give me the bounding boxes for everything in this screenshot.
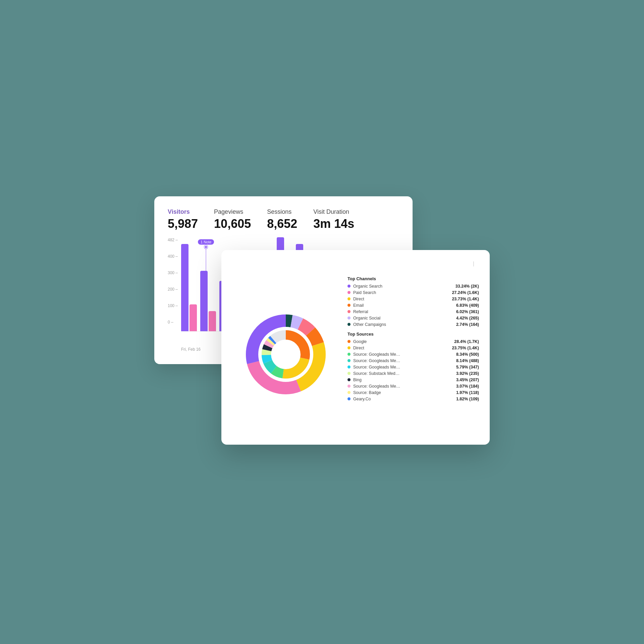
- card-header: |: [232, 261, 479, 267]
- channels-legend: Organic Search 33.24% (2K) Paid Search 2…: [347, 284, 479, 327]
- source-legend-item: Google 28.4% (1.7K): [347, 339, 479, 344]
- legend-value: 1.97% (118): [456, 390, 479, 395]
- legend-name: Organic Social: [353, 316, 456, 320]
- card-body: Top Channels Organic Search 33.24% (2K) …: [232, 275, 479, 434]
- stats-row: Visitors5,987Pageviews10,605Sessions8,65…: [168, 208, 399, 231]
- legend-name: Google: [353, 339, 454, 344]
- legend-value: 23.75% (1.4K): [452, 346, 479, 350]
- legend-name: Organic Search: [353, 284, 455, 289]
- legend-name: Direct: [353, 297, 452, 301]
- legend-value: 6.83% (409): [456, 303, 479, 308]
- legend-dot: [347, 385, 351, 388]
- legend-name: Source: Googleads Me…: [353, 384, 456, 389]
- bar-pink: [190, 304, 197, 331]
- legend-value: 1.82% (109): [456, 397, 479, 401]
- legend-value: 5.79% (347): [456, 365, 479, 369]
- stat-value: 10,605: [214, 217, 251, 231]
- note-marker: 1 Note: [198, 239, 214, 272]
- legend-value: 28.4% (1.7K): [454, 339, 479, 344]
- legend-dot: [347, 397, 351, 400]
- legend-value: 3.07% (184): [456, 384, 479, 389]
- legend-area: Top Channels Organic Search 33.24% (2K) …: [347, 275, 479, 434]
- legend-name: Source: Substack Med…: [353, 371, 456, 376]
- note-line: [206, 249, 206, 272]
- legend-value: 4.42% (265): [456, 316, 479, 320]
- legend-value: 3.92% (235): [456, 371, 479, 376]
- y-axis-label: 482 –: [168, 238, 178, 242]
- source-legend-item: Source: Googleads Me… 5.79% (347): [347, 365, 479, 369]
- svg-point-19: [276, 344, 296, 364]
- donut-chart: [239, 307, 333, 401]
- source-legend-item: Source: Googleads Me… 8.34% (500): [347, 352, 479, 357]
- top-sources-title: Top Sources: [347, 332, 479, 337]
- legend-name: Paid Search: [353, 290, 452, 295]
- legend-name: Other Campaigns: [353, 322, 456, 327]
- legend-dot: [347, 285, 351, 288]
- stat-item: Visitors5,987: [168, 208, 198, 231]
- channel-legend-item: Direct 23.73% (1.4K): [347, 297, 479, 301]
- legend-value: 8.14% (488): [456, 358, 479, 363]
- stat-value: 8,652: [267, 217, 297, 231]
- stat-item: Pageviews10,605: [214, 208, 251, 231]
- legend-dot: [347, 340, 351, 343]
- stat-item: Visit Duration3m 14s: [313, 208, 354, 231]
- source-legend-item: Source: Badge 1.97% (118): [347, 390, 479, 395]
- note-bubble: 1 Note: [198, 239, 214, 245]
- channel-legend-item: Organic Search 33.24% (2K): [347, 284, 479, 289]
- stat-value: 5,987: [168, 217, 198, 231]
- source-legend-item: Geary.Co 1.82% (109): [347, 397, 479, 401]
- header-nav: |: [470, 261, 479, 267]
- bar-purple: [181, 244, 189, 331]
- nav-divider: |: [473, 261, 474, 267]
- stat-label: Visitors: [168, 208, 198, 215]
- legend-dot: [347, 391, 351, 394]
- legend-value: 6.02% (361): [456, 309, 479, 314]
- stat-value: 3m 14s: [313, 217, 354, 231]
- legend-value: 23.73% (1.4K): [452, 297, 479, 301]
- legend-name: Bing: [353, 378, 456, 382]
- legend-dot: [347, 353, 351, 356]
- source-legend-item: Source: Googleads Me… 3.07% (184): [347, 384, 479, 389]
- stat-label: Pageviews: [214, 208, 251, 215]
- legend-name: Source: Googleads Me…: [353, 352, 456, 357]
- legend-name: Geary.Co: [353, 397, 456, 401]
- stat-item: Sessions8,652: [267, 208, 297, 231]
- source-legend-item: Source: Googleads Me… 8.14% (488): [347, 358, 479, 363]
- sources-legend: Google 28.4% (1.7K) Direct 23.75% (1.4K)…: [347, 339, 479, 401]
- legend-value: 27.24% (1.6K): [452, 290, 479, 295]
- legend-name: Source: Badge: [353, 390, 456, 395]
- legend-dot: [347, 323, 351, 326]
- legend-dot: [347, 365, 351, 368]
- legend-dot: [347, 359, 351, 362]
- donut-chart-area: [232, 275, 339, 434]
- legend-value: 3.45% (207): [456, 378, 479, 382]
- channel-legend-item: Referral 6.02% (361): [347, 309, 479, 314]
- source-legend-item: Bing 3.45% (207): [347, 378, 479, 382]
- legend-name: Source: Googleads Me…: [353, 358, 456, 363]
- legend-value: 8.34% (500): [456, 352, 479, 357]
- bar-group: [200, 271, 216, 331]
- legend-value: 2.74% (164): [456, 322, 479, 327]
- legend-name: Direct: [353, 346, 452, 350]
- legend-dot: [347, 310, 351, 313]
- legend-dot: [347, 304, 351, 307]
- y-axis-label: 100 –: [168, 303, 178, 308]
- channel-legend-item: Paid Search 27.24% (1.6K): [347, 290, 479, 295]
- legend-name: Email: [353, 303, 456, 308]
- y-axis-label: 0 –: [168, 320, 178, 325]
- legend-dot: [347, 297, 351, 300]
- channel-legend-item: Organic Social 4.42% (265): [347, 316, 479, 320]
- bar-purple: [200, 271, 208, 331]
- top-channels-title: Top Channels: [347, 276, 479, 281]
- legend-name: Source: Googleads Me…: [353, 365, 456, 369]
- source-legend-item: Direct 23.75% (1.4K): [347, 346, 479, 350]
- y-axis-label: 400 –: [168, 254, 178, 259]
- bar-pink: [209, 311, 216, 331]
- legend-dot: [347, 378, 351, 381]
- y-axis-label: 300 –: [168, 270, 178, 275]
- y-axis-label: 200 –: [168, 287, 178, 292]
- legend-name: Referral: [353, 309, 456, 314]
- source-legend-item: Source: Substack Med… 3.92% (235): [347, 371, 479, 376]
- y-axis: 482 –400 –300 –200 –100 –0 –: [168, 238, 178, 325]
- legend-dot: [347, 291, 351, 294]
